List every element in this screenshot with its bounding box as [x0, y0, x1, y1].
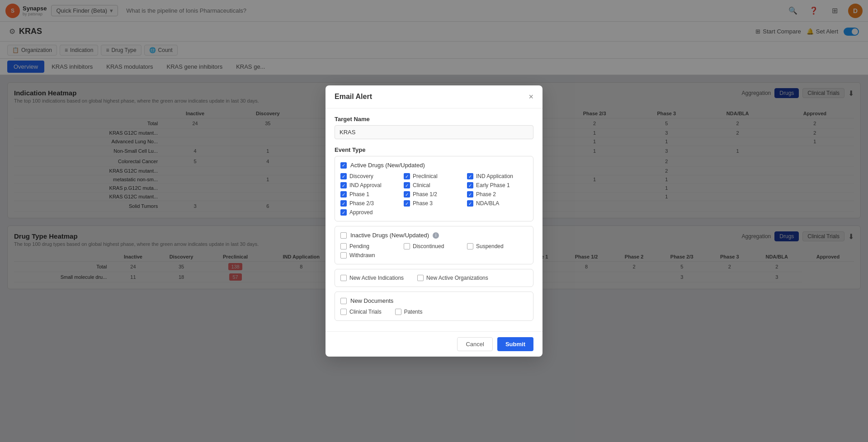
withdrawn-cb[interactable]	[340, 252, 347, 259]
approved-label: Approved	[349, 209, 373, 216]
suspended-label: Suspended	[476, 243, 504, 249]
clinical-trials-label: Clinical Trials	[349, 309, 382, 315]
new-documents-checkbox[interactable]	[340, 298, 347, 304]
discontinued-cb[interactable]	[404, 243, 410, 249]
checkbox-phase2-3: ✓ Phase 2/3	[340, 200, 401, 207]
checkbox-phase2: ✓ Phase 2	[467, 191, 528, 197]
modal-header: Email Alert ×	[326, 85, 542, 108]
checkbox-clinical: ✓ Clinical	[404, 182, 464, 188]
checkbox-suspended: Suspended	[467, 243, 528, 249]
clinical-cb[interactable]: ✓	[404, 182, 410, 188]
inactive-drugs-header: ✓ Inactive Drugs (New/Updated) i	[340, 232, 528, 239]
new-active-indications-label: New Active Indications	[349, 275, 404, 281]
checkbox-phase3: ✓ Phase 3	[404, 200, 464, 207]
modal-title: Email Alert	[335, 93, 372, 101]
new-active-indications-cb[interactable]	[340, 275, 347, 281]
checkbox-phase1: ✓ Phase 1	[340, 191, 401, 197]
phase1-2-cb[interactable]: ✓	[404, 191, 410, 197]
active-drugs-label: Active Drugs (New/Updated)	[350, 162, 425, 169]
checkbox-early-phase1: ✓ Early Phase 1	[467, 182, 528, 188]
inactive-drugs-label: Inactive Drugs (New/Updated)	[350, 232, 429, 239]
new-documents-items: Clinical Trials Patents	[340, 309, 528, 315]
ndabla-cb[interactable]: ✓	[467, 200, 473, 207]
phase2-3-label: Phase 2/3	[349, 200, 374, 207]
patents-label: Patents	[404, 309, 423, 315]
target-name-label: Target Name	[335, 116, 533, 122]
modal-footer: Cancel Submit	[326, 331, 542, 357]
phase2-label: Phase 2	[476, 191, 496, 197]
event-type-label: Event Type	[335, 146, 533, 153]
checkbox-discontinued: Discontinued	[404, 243, 464, 249]
checkbox-ind-application: ✓ IND Application	[467, 173, 528, 179]
checkbox-ndabla: ✓ NDA/BLA	[467, 200, 528, 207]
phase3-cb[interactable]: ✓	[404, 200, 410, 207]
cancel-button[interactable]: Cancel	[457, 337, 492, 351]
inactive-drugs-checkbox[interactable]: ✓	[340, 232, 347, 239]
early-phase1-cb[interactable]: ✓	[467, 182, 473, 188]
phase2-cb[interactable]: ✓	[467, 191, 473, 197]
phase3-label: Phase 3	[413, 200, 433, 207]
discontinued-label: Discontinued	[413, 243, 444, 249]
event-type-group: Event Type ✓ Active Drugs (New/Updated) …	[335, 146, 533, 321]
phase2-3-cb[interactable]: ✓	[340, 200, 347, 207]
checkbox-pending: Pending	[340, 243, 401, 249]
checkbox-preclinical: ✓ Preclinical	[404, 173, 464, 179]
target-name-input[interactable]	[335, 125, 533, 139]
active-drugs-checkboxes: ✓ Discovery ✓ Preclinical ✓ IND Applicat…	[340, 173, 528, 216]
inactive-info-icon[interactable]: i	[433, 232, 439, 239]
active-drugs-header: ✓ Active Drugs (New/Updated)	[340, 162, 528, 169]
ind-application-cb[interactable]: ✓	[467, 173, 473, 179]
submit-button[interactable]: Submit	[497, 337, 533, 351]
new-documents-section: New Documents Clinical Trials Patents	[335, 292, 533, 321]
suspended-cb[interactable]	[467, 243, 473, 249]
new-active-orgs-label: New Active Organizations	[426, 275, 488, 281]
new-active-orgs-cb[interactable]	[417, 275, 424, 281]
active-drugs-section: ✓ Active Drugs (New/Updated) ✓ Discovery…	[335, 156, 533, 221]
modal-body: Target Name Event Type ✓ Active Drugs (N…	[326, 108, 542, 331]
checkbox-withdrawn: Withdrawn	[340, 252, 401, 259]
active-drugs-checkbox[interactable]: ✓	[340, 162, 347, 169]
pending-label: Pending	[349, 243, 369, 249]
early-phase1-label: Early Phase 1	[476, 182, 510, 188]
email-alert-modal: Email Alert × Target Name Event Type ✓ A…	[326, 85, 542, 357]
ind-approval-cb[interactable]: ✓	[340, 182, 347, 188]
checkbox-phase1-2: ✓ Phase 1/2	[404, 191, 464, 197]
checkbox-approved: ✓ Approved	[340, 209, 528, 216]
inactive-drugs-section: ✓ Inactive Drugs (New/Updated) i Pending…	[335, 226, 533, 264]
withdrawn-label: Withdrawn	[349, 252, 375, 259]
phase1-label: Phase 1	[349, 191, 369, 197]
modal-close-button[interactable]: ×	[528, 93, 533, 101]
ndabla-label: NDA/BLA	[476, 200, 499, 207]
phase1-cb[interactable]: ✓	[340, 191, 347, 197]
new-active-orgs-item: New Active Organizations	[417, 275, 488, 281]
checkbox-clinical-trials: Clinical Trials	[340, 309, 382, 315]
checkbox-patents: Patents	[395, 309, 423, 315]
new-active-indications-item: New Active Indications	[340, 275, 404, 281]
new-documents-label: New Documents	[350, 297, 393, 304]
preclinical-cb[interactable]: ✓	[404, 173, 410, 179]
discovery-cb[interactable]: ✓	[340, 173, 347, 179]
ind-approval-label: IND Approval	[349, 182, 382, 188]
checkbox-ind-approval: ✓ IND Approval	[340, 182, 401, 188]
target-name-group: Target Name	[335, 116, 533, 139]
phase1-2-label: Phase 1/2	[413, 191, 437, 197]
clinical-label: Clinical	[413, 182, 430, 188]
ind-application-label: IND Application	[476, 173, 513, 179]
new-active-section: New Active Indications New Active Organi…	[335, 269, 533, 287]
checkbox-discovery: ✓ Discovery	[340, 173, 401, 179]
modal-overlay[interactable]: Email Alert × Target Name Event Type ✓ A…	[0, 0, 868, 442]
pending-cb[interactable]	[340, 243, 347, 249]
new-documents-header: New Documents	[340, 297, 528, 304]
inactive-drugs-checkboxes: Pending Discontinued Suspended With	[340, 243, 528, 259]
patents-cb[interactable]	[395, 309, 401, 315]
discovery-label: Discovery	[349, 173, 373, 179]
approved-cb[interactable]: ✓	[340, 209, 347, 216]
preclinical-label: Preclinical	[413, 173, 438, 179]
clinical-trials-cb[interactable]	[340, 309, 347, 315]
